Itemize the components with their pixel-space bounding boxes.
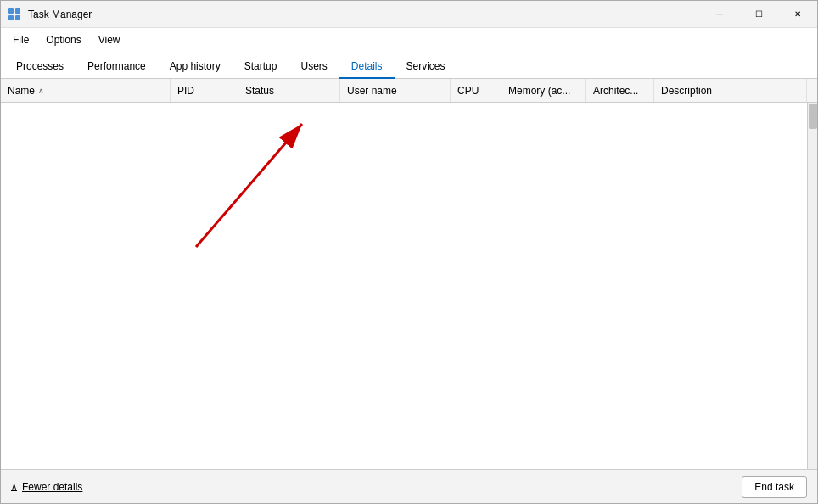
menu-options[interactable]: Options [37,31,89,49]
col-header-name[interactable]: Name ∧ [1,79,171,102]
app-icon [8,8,21,21]
col-header-arch[interactable]: Architec... [586,79,654,102]
task-manager-window: Task Manager ─ ☐ ✕ File Options View Pro… [0,0,818,504]
tabbar: Processes Performance App history Startu… [1,52,817,79]
content-area [1,103,817,469]
titlebar: Task Manager ─ ☐ ✕ [1,1,817,28]
menu-view[interactable]: View [90,31,129,49]
close-button[interactable]: ✕ [778,1,817,28]
tab-users[interactable]: Users [289,55,339,79]
titlebar-left: Task Manager [8,8,92,21]
svg-line-5 [196,124,302,247]
tab-details[interactable]: Details [339,55,395,79]
table-header: Name ∧ PID Status User name CPU Memory (… [1,79,817,103]
menu-file[interactable]: File [4,31,37,49]
tab-startup[interactable]: Startup [233,55,289,79]
titlebar-buttons: ─ ☐ ✕ [700,1,817,28]
scrollbar[interactable] [807,103,817,469]
window-title: Task Manager [28,8,92,20]
chevron-down-icon: ∧ [11,482,17,491]
fewer-details-button[interactable]: ∧ Fewer details [11,481,82,493]
col-header-memory[interactable]: Memory (ac... [501,79,586,102]
maximize-button[interactable]: ☐ [739,1,778,28]
menubar: File Options View [1,28,817,52]
fewer-details-label: Fewer details [22,481,82,493]
tab-app-history[interactable]: App history [158,55,233,79]
svg-rect-1 [15,8,20,14]
col-header-pid[interactable]: PID [171,79,238,102]
bottombar: ∧ Fewer details End task [1,469,817,503]
col-header-status[interactable]: Status [238,79,340,102]
tab-services[interactable]: Services [395,55,457,79]
svg-rect-3 [15,15,20,20]
annotation-arrow [171,111,340,255]
svg-rect-2 [8,15,14,20]
tab-processes[interactable]: Processes [4,55,76,79]
col-header-desc[interactable]: Description [654,79,807,102]
scrollbar-thumb[interactable] [809,104,817,129]
minimize-button[interactable]: ─ [700,1,739,28]
tab-performance[interactable]: Performance [76,55,158,79]
sort-arrow-name: ∧ [38,87,44,95]
svg-rect-0 [8,8,14,14]
col-header-username[interactable]: User name [340,79,451,102]
end-task-button[interactable]: End task [742,476,807,498]
col-header-cpu[interactable]: CPU [451,79,501,102]
